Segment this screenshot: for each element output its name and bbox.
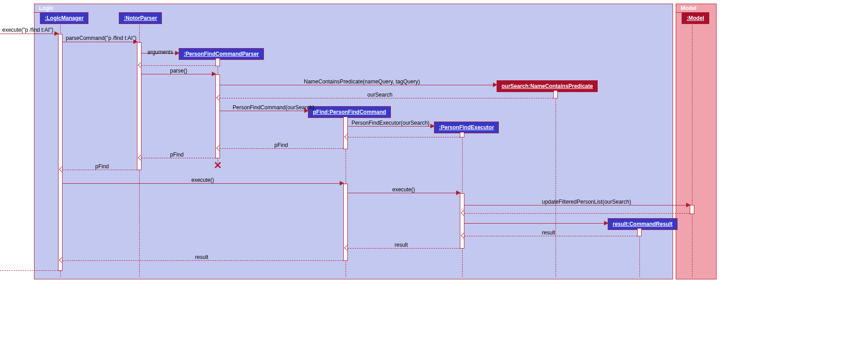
name-contains-predicate-box: ourSearch:NameContainsPredicate [497,80,598,92]
arrow-pfind3 [63,170,137,170]
msg-pfc: PersonFindCommand(ourSearch) [233,104,314,111]
msg-parse: parse() [170,68,187,74]
msg-result1: result [542,230,555,236]
arrow-pfe [348,126,434,127]
ncp-activation [553,90,558,98]
ah-ufpl [686,203,691,207]
arrow-final-return [0,270,58,271]
pfcp-activation1 [215,58,220,66]
arrow-pfcp-return1 [141,65,215,66]
msg-execute-in: execute("p /find t:AI") [2,27,54,33]
arrow-parse [141,74,215,74]
ah-execute3 [456,190,461,195]
ah-cr [604,221,609,225]
arrow-pfind1 [220,148,343,149]
ah-arguments [175,51,180,55]
np-activation [137,42,141,170]
msg-pfind1: pFind [274,142,288,148]
msg-result2: result [395,242,408,248]
msg-execute2: execute() [191,177,214,183]
msg-pfe: PersonFindExecutor(ourSearch) [351,120,429,126]
arrow-cr [464,223,608,224]
notor-parser-box: :NotorParser [119,12,162,24]
lm-activation [58,34,63,271]
arrow-result3 [63,260,343,261]
msg-ufpl: updateFilteredPersonList(ourSearch) [542,199,631,205]
arrow-oursearch [220,98,553,98]
logic-frame: Logic [34,4,673,279]
msg-execute3: execute() [392,186,415,193]
arrow-execute-in [0,34,58,34]
pfc-activation1 [343,117,348,149]
person-find-command-box: pFind:PersonFindCommand [308,106,391,118]
cr-activation [637,228,642,236]
msg-arguments: arguments [147,49,173,55]
arrow-model-return [464,213,690,214]
msg-pfind3: pFind [95,163,109,170]
pfe-activation1 [460,132,464,137]
msg-oursearch: ourSearch [367,92,392,98]
arrow-execute3 [348,193,460,193]
logic-frame-label: Logic [34,4,70,13]
arrow-pfind2 [141,158,215,158]
arrow-parse-command [63,42,137,42]
arrow-pfc [220,111,308,111]
ah-pfe [430,124,435,128]
arrow-result1 [464,236,637,236]
model-lifeline [692,23,692,277]
arrow-pfe-return [348,137,460,137]
model-frame-label: Model [676,4,701,13]
pfcp-destroy: ✕ [214,160,222,171]
ah-ncp [493,83,497,87]
model-box: :Model [682,12,709,24]
person-find-command-parser-box: :PersonFindCommandParser [179,48,264,60]
pfe-activation2 [460,193,464,249]
ah-execute2 [340,181,344,186]
person-find-executor-box: :PersonFindExecutor [434,122,499,133]
msg-result3: result [195,254,208,260]
logic-manager-box: :LogicManager [40,12,88,24]
arrow-result2 [348,248,460,249]
model-frame: Model [676,4,717,279]
ah-execute-in [54,31,59,36]
ncp-lifeline [556,90,556,277]
arrow-execute2 [63,183,343,184]
msg-ncp: NameContainsPredicate(nameQuery, tagQuer… [304,78,420,85]
msg-parse-command: parseCommand("p /find t:AI") [66,35,137,41]
command-result-box: result:CommandResult [608,218,678,230]
ah-parse [212,72,216,76]
msg-pfind2: pFind [170,151,184,158]
arrow-ncp [220,85,497,85]
arrow-ufpl [464,205,690,205]
